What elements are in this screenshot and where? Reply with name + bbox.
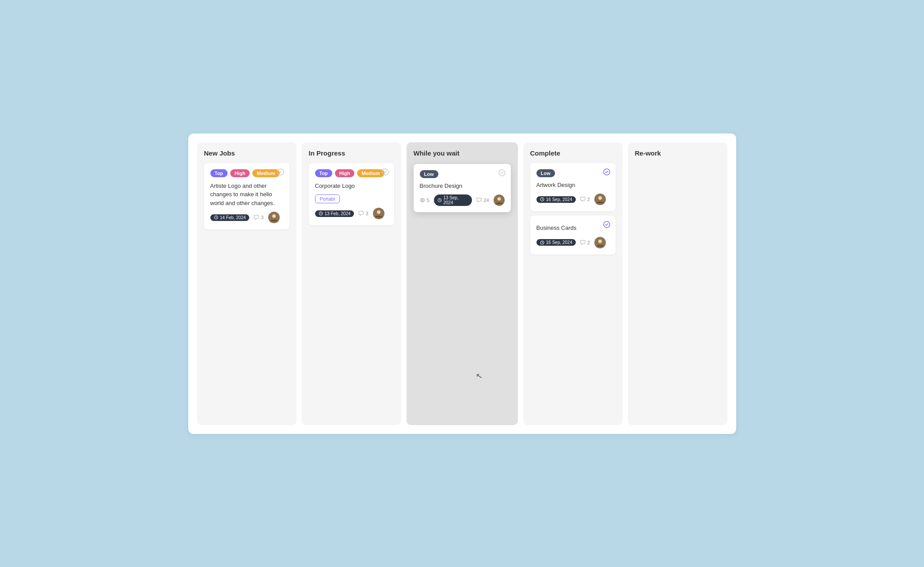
column-title-re-work: Re-work — [635, 149, 720, 157]
column-title-while-you-wait: While you wait — [414, 149, 511, 157]
check-icon-complete — [603, 168, 610, 177]
tag-top: Top — [315, 169, 332, 177]
view-count: 5 — [420, 198, 430, 203]
card-title: Business Cards — [536, 224, 609, 232]
date-badge: 14 Feb, 2024 — [210, 214, 250, 221]
avatar — [494, 194, 505, 206]
tag-low: Low — [420, 170, 438, 178]
comment-count: 2 — [580, 240, 590, 245]
tag-high: High — [335, 169, 354, 177]
tag-medium: Medium — [252, 169, 280, 177]
card-artiste-logo[interactable]: Top High Medium Artiste Logo and other c… — [204, 163, 289, 230]
card-title: Brochure Design — [420, 182, 505, 190]
svg-point-9 — [420, 198, 425, 202]
card-business-cards[interactable]: Business Cards 16 Sep, 2024 2 — [530, 216, 616, 255]
column-new-jobs: New Jobs Top High Medium Artiste Logo an… — [197, 142, 297, 425]
avatar — [594, 194, 606, 205]
comment-count: 3 — [254, 215, 263, 220]
comment-count: 3 — [358, 211, 368, 216]
svg-point-3 — [272, 214, 276, 218]
svg-point-13 — [497, 197, 501, 201]
tag-top: Top — [210, 169, 228, 177]
card-meta: 14 Feb, 2024 3 — [210, 212, 283, 223]
check-icon — [498, 169, 506, 178]
card-tags: Top High Medium — [210, 169, 283, 177]
check-icon-complete — [603, 221, 610, 230]
kanban-board: New Jobs Top High Medium Artiste Logo an… — [188, 133, 736, 434]
avatar — [594, 237, 606, 248]
column-title-complete: Complete — [530, 149, 616, 157]
tag-outline-portabl: Portabl — [315, 194, 340, 203]
cursor-icon: ↖ — [475, 370, 483, 381]
svg-point-21 — [598, 240, 602, 243]
check-icon — [382, 168, 389, 177]
comment-count: 2 — [580, 197, 590, 202]
svg-point-17 — [598, 196, 602, 200]
card-meta: 16 Sep, 2024 2 — [536, 237, 609, 248]
tag-low: Low — [536, 169, 555, 177]
card-artwork-design[interactable]: Low Artwork Design 16 Sep, 2024 2 — [530, 163, 616, 212]
column-re-work: Re-work — [628, 142, 727, 425]
column-complete: Complete Low Artwork Design 16 Sep, 2024… — [523, 142, 623, 425]
avatar — [268, 212, 280, 223]
tag-medium: Medium — [357, 169, 384, 177]
card-title: Corporate Logo — [315, 182, 388, 190]
card-title: Artwork Design — [536, 181, 609, 190]
card-meta: 16 Sep, 2024 2 — [536, 194, 609, 205]
svg-point-7 — [377, 210, 380, 214]
column-title-in-progress: In Progress — [309, 149, 394, 157]
check-icon — [277, 168, 284, 177]
svg-point-10 — [422, 199, 423, 201]
column-while-you-wait: While you wait Low Brochure Design 5 13 … — [407, 142, 518, 425]
card-tags: Low — [536, 169, 609, 177]
date-badge: 16 Sep, 2024 — [536, 239, 576, 246]
column-in-progress: In Progress Top High Medium Corporate Lo… — [302, 142, 401, 425]
card-tags: Low — [420, 170, 505, 178]
card-meta: 5 13 Sep, 2024 24 — [420, 194, 505, 206]
card-tags: Top High Medium — [315, 169, 388, 177]
card-corporate-logo[interactable]: Top High Medium Corporate Logo Portabl 1… — [309, 163, 394, 226]
column-title-new-jobs: New Jobs — [204, 149, 289, 157]
card-brochure-design[interactable]: Low Brochure Design 5 13 Sep, 2024 24 — [414, 164, 511, 213]
date-badge: 16 Sep, 2024 — [536, 196, 576, 203]
card-title: Artiste Logo and other changes to make i… — [210, 182, 283, 208]
comment-count: 24 — [476, 198, 489, 203]
card-meta: 13 Feb, 2024 3 — [315, 208, 388, 219]
tag-high: High — [230, 169, 250, 177]
date-badge: 13 Sep, 2024 — [434, 194, 472, 206]
outline-tag-container: Portabl — [315, 194, 388, 203]
avatar — [373, 208, 384, 219]
date-badge: 13 Feb, 2024 — [315, 210, 354, 217]
